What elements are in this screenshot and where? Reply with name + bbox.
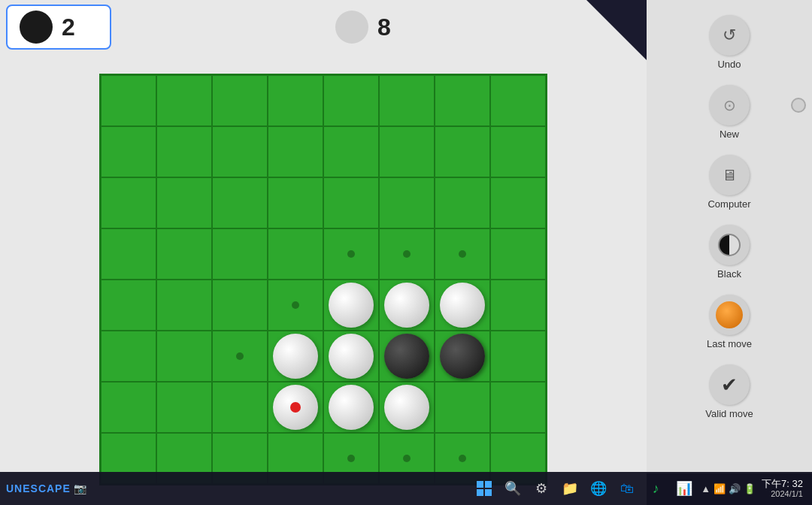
cell-3-1[interactable] (156, 228, 212, 280)
cell-3-0[interactable] (101, 228, 156, 280)
taskbar-left: UNESCAPE 📷 (6, 482, 468, 494)
cell-4-0[interactable] (101, 280, 156, 331)
cell-5-1[interactable] (156, 331, 212, 382)
clock-time: 下午7: 32 (762, 478, 803, 490)
cell-6-1[interactable] (156, 382, 212, 433)
cell-3-5[interactable] (379, 228, 435, 280)
cell-1-6[interactable] (435, 126, 490, 177)
cell-6-2[interactable] (212, 382, 268, 433)
valid-move-label: Valid move (705, 408, 753, 419)
cell-0-2[interactable] (212, 75, 268, 126)
cell-5-6[interactable] (435, 331, 490, 382)
search-icon: 🔍 (504, 480, 521, 497)
cell-2-2[interactable] (212, 177, 268, 228)
black-score: 2 (62, 14, 75, 41)
cell-3-3[interactable] (268, 228, 323, 280)
cell-3-7[interactable] (490, 228, 546, 280)
cell-2-7[interactable] (490, 177, 546, 228)
valid-move-dot (403, 455, 411, 462)
volume-icon: 🔊 (729, 483, 741, 494)
cell-2-4[interactable] (323, 177, 379, 228)
cell-2-1[interactable] (156, 177, 212, 228)
folder-icon: 📁 (562, 480, 578, 497)
taskbar-icons: 🔍 ⚙ 📁 🌐 🛍 ♪ 📊 (471, 475, 698, 502)
spotify-button[interactable]: ♪ (642, 475, 669, 502)
cell-6-0[interactable] (101, 382, 156, 433)
brand-icon: 📷 (74, 482, 87, 494)
cell-1-2[interactable] (212, 126, 268, 177)
spotify-icon: ♪ (653, 481, 659, 497)
cell-0-5[interactable] (379, 75, 435, 126)
cell-6-6[interactable] (435, 382, 490, 433)
cell-4-3[interactable] (268, 280, 323, 331)
white-piece (384, 283, 429, 328)
brand-text: UNESCAPE (6, 482, 71, 494)
cell-5-5[interactable] (379, 331, 435, 382)
cell-0-3[interactable] (268, 75, 323, 126)
cell-6-7[interactable] (490, 382, 546, 433)
cell-2-0[interactable] (101, 177, 156, 228)
board-container (0, 54, 647, 505)
cell-0-7[interactable] (490, 75, 546, 126)
cell-2-3[interactable] (268, 177, 323, 228)
cell-3-6[interactable] (435, 228, 490, 280)
store-button[interactable]: 🛍 (614, 475, 641, 502)
valid-move-button[interactable]: ✔ Valid move (653, 358, 806, 425)
computer-button[interactable]: 🖥 Computer (653, 149, 806, 216)
cell-4-7[interactable] (490, 280, 546, 331)
taskbar-clock: 下午7: 32 2024/1/1 (762, 478, 803, 500)
cell-0-6[interactable] (435, 75, 490, 126)
new-button[interactable]: ⊙ New (653, 79, 806, 146)
cell-0-4[interactable] (323, 75, 379, 126)
cell-4-5[interactable] (379, 280, 435, 331)
cell-6-4[interactable] (323, 382, 379, 433)
black-button[interactable]: Black (653, 219, 806, 286)
cell-1-5[interactable] (379, 126, 435, 177)
extra-app-button[interactable]: 📊 (671, 475, 698, 502)
valid-move-dot (403, 250, 411, 258)
cell-3-4[interactable] (323, 228, 379, 280)
cell-5-0[interactable] (101, 331, 156, 382)
cell-5-3[interactable] (268, 331, 323, 382)
taskbar-right: ▲ 📶 🔊 🔋 下午7: 32 2024/1/1 (701, 478, 806, 500)
last-move-button[interactable]: Last move (653, 289, 806, 355)
cell-4-4[interactable] (323, 280, 379, 331)
cell-5-7[interactable] (490, 331, 546, 382)
white-red-piece (273, 385, 318, 430)
cell-1-0[interactable] (101, 126, 156, 177)
cell-2-6[interactable] (435, 177, 490, 228)
valid-move-dot (347, 455, 355, 462)
cell-6-3[interactable] (268, 382, 323, 433)
cell-0-0[interactable] (101, 75, 156, 126)
edge-button[interactable]: 🌐 (585, 475, 612, 502)
battery-icon: 🔋 (744, 483, 756, 494)
cell-5-2[interactable] (212, 331, 268, 382)
cell-4-6[interactable] (435, 280, 490, 331)
undo-button[interactable]: ↺ Undo (653, 9, 806, 76)
white-piece (273, 334, 318, 379)
sidebar: ↺ Undo ⊙ New 🖥 Computer Black Last move (647, 0, 812, 473)
gear-icon: ⚙ (535, 480, 547, 497)
cell-6-5[interactable] (379, 382, 435, 433)
black-icon-circle (709, 225, 750, 265)
coin-icon: ⊙ (723, 96, 736, 114)
cell-0-1[interactable] (156, 75, 212, 126)
cell-1-7[interactable] (490, 126, 546, 177)
cell-4-2[interactable] (212, 280, 268, 331)
computer-label: Computer (707, 198, 750, 210)
cell-5-4[interactable] (323, 331, 379, 382)
cell-3-2[interactable] (212, 228, 268, 280)
cell-1-1[interactable] (156, 126, 212, 177)
cell-1-4[interactable] (323, 126, 379, 177)
settings-button[interactable]: ⚙ (528, 475, 555, 502)
search-button[interactable]: 🔍 (499, 475, 526, 502)
windows-button[interactable] (471, 475, 498, 502)
file-explorer-button[interactable]: 📁 (556, 475, 583, 502)
cell-4-1[interactable] (156, 280, 212, 331)
radio-button[interactable] (791, 98, 806, 113)
white-score: 8 (377, 14, 391, 41)
black-label: Black (717, 268, 741, 280)
last-move-icon-circle (709, 295, 750, 335)
cell-1-3[interactable] (268, 126, 323, 177)
cell-2-5[interactable] (379, 177, 435, 228)
